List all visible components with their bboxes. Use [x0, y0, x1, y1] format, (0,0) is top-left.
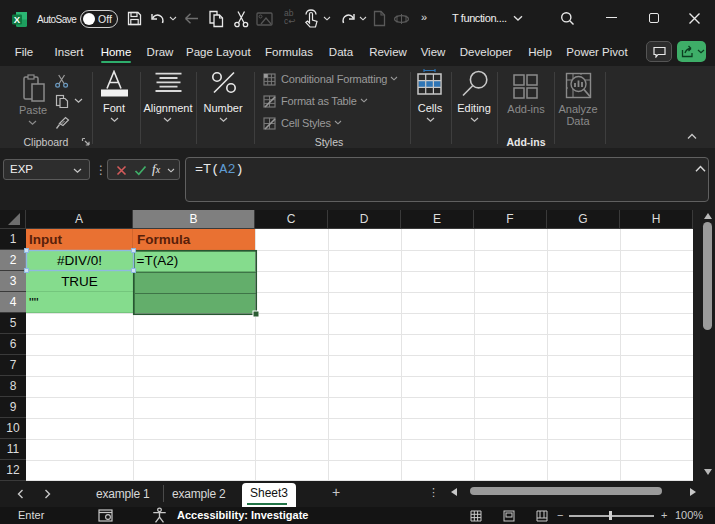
svg-text:X: X [14, 14, 21, 25]
